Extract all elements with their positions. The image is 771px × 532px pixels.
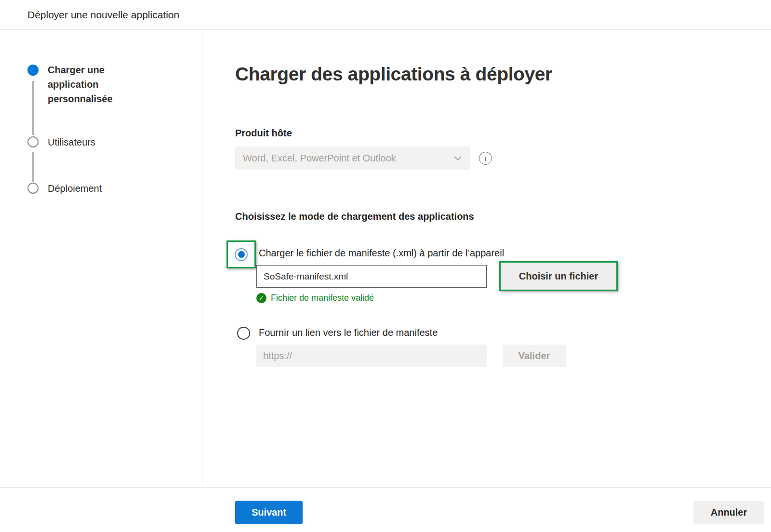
step-label-deployment: Déploiement xyxy=(48,183,102,194)
step-circle-icon xyxy=(27,183,39,194)
host-product-label: Produit hôte xyxy=(235,128,292,139)
info-glyph: i xyxy=(485,154,486,162)
step-connector xyxy=(32,81,34,135)
wizard-stepper: Charger une application personnalisée Ut… xyxy=(0,30,202,487)
main-content: Charger des applications à déployer Prod… xyxy=(202,30,771,487)
check-glyph: ✓ xyxy=(259,294,264,302)
highlight-box-choose-file: Choisir un fichier xyxy=(499,261,618,291)
radio-upload-from-device[interactable] xyxy=(235,248,248,261)
highlight-box-radio xyxy=(226,240,256,268)
next-button[interactable]: Suivant xyxy=(235,501,303,524)
step-circle-icon xyxy=(27,136,39,147)
step-connector xyxy=(32,152,34,182)
chevron-down-icon xyxy=(453,154,462,162)
validated-status-text: Fichier de manifeste validé xyxy=(271,293,374,303)
dialog-footer: Suivant Annuler xyxy=(0,487,771,532)
check-circle-icon: ✓ xyxy=(256,293,266,303)
step-label-users: Utilisateurs xyxy=(48,137,95,148)
manifest-file-input[interactable] xyxy=(256,265,487,288)
choose-file-button[interactable]: Choisir un fichier xyxy=(501,263,616,290)
upload-from-device-label: Charger le fichier de manifeste (.xml) à… xyxy=(259,248,504,259)
dialog-title: Déployer une nouvelle application xyxy=(27,9,179,21)
host-product-dropdown[interactable]: Word, Excel, PowerPoint et Outlook xyxy=(235,146,470,170)
dialog-header: Déployer une nouvelle application xyxy=(0,0,771,30)
page-title: Charger des applications à déployer xyxy=(235,64,552,85)
deploy-app-dialog: Déployer une nouvelle application Charge… xyxy=(0,0,771,532)
validate-button[interactable]: Valider xyxy=(503,345,566,367)
provide-link-label: Fournir un lien vers le fichier de manif… xyxy=(259,327,438,338)
radio-provide-link[interactable] xyxy=(237,327,250,340)
manifest-validated-status: ✓ Fichier de manifeste validé xyxy=(256,293,374,303)
upload-mode-label: Choisissez le mode de chargement des app… xyxy=(235,211,474,222)
manifest-url-input[interactable] xyxy=(256,345,487,367)
info-icon[interactable]: i xyxy=(479,152,492,165)
step-active-dot-icon xyxy=(27,65,39,76)
dialog-body: Charger une application personnalisée Ut… xyxy=(0,30,771,487)
host-product-value: Word, Excel, PowerPoint et Outlook xyxy=(243,153,453,164)
step-label-upload-custom-app: Charger une application personnalisée xyxy=(48,63,130,106)
cancel-button[interactable]: Annuler xyxy=(693,501,764,524)
